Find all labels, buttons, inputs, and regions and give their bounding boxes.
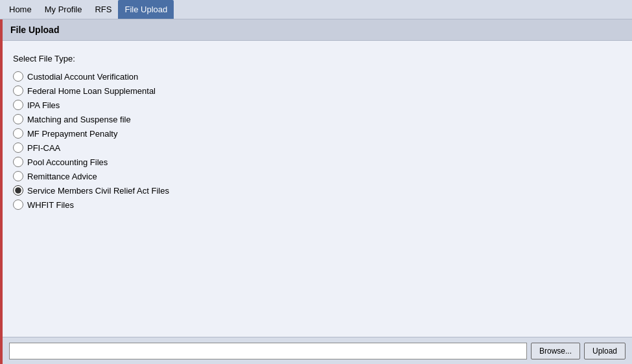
radio-group: Custodial Account VerificationFederal Ho… <box>13 71 622 210</box>
radio-remittance[interactable] <box>13 171 23 181</box>
radio-label-pool-accounting: Pool Accounting Files <box>27 157 108 167</box>
browse-button[interactable]: Browse... <box>531 343 580 359</box>
radio-label-pfi-caa: PFI-CAA <box>27 143 60 153</box>
radio-label-remittance: Remittance Advice <box>27 172 97 181</box>
radio-item-service-members[interactable]: Service Members Civil Relief Act Files <box>13 185 622 196</box>
radio-mf-prepayment[interactable] <box>13 128 23 139</box>
radio-item-matching-suspense[interactable]: Matching and Suspense file <box>13 114 622 124</box>
upload-button[interactable]: Upload <box>584 343 626 359</box>
radio-pfi-caa[interactable] <box>13 142 23 153</box>
page-title: File Upload <box>10 25 59 35</box>
radio-ipa-files[interactable] <box>13 100 23 110</box>
radio-pool-accounting[interactable] <box>13 157 23 167</box>
nav-bar: HomeMy ProfileRFSFile Upload <box>0 0 632 19</box>
radio-matching-suspense[interactable] <box>13 114 23 124</box>
radio-label-ipa-files: IPA Files <box>27 100 60 110</box>
radio-service-members[interactable] <box>13 185 23 196</box>
radio-item-pfi-caa[interactable]: PFI-CAA <box>13 142 622 153</box>
radio-item-mf-prepayment[interactable]: MF Prepayment Penalty <box>13 128 622 139</box>
radio-federal-home-loan[interactable] <box>13 85 23 96</box>
radio-item-pool-accounting[interactable]: Pool Accounting Files <box>13 157 622 167</box>
upload-bar: Browse... Upload <box>3 337 632 364</box>
nav-tab-home[interactable]: Home <box>3 0 38 19</box>
radio-label-mf-prepayment: MF Prepayment Penalty <box>27 129 117 139</box>
radio-whfit[interactable] <box>13 199 23 210</box>
radio-item-ipa-files[interactable]: IPA Files <box>13 100 622 110</box>
radio-label-matching-suspense: Matching and Suspense file <box>27 115 131 124</box>
radio-label-custodial: Custodial Account Verification <box>27 72 138 82</box>
radio-label-federal-home-loan: Federal Home Loan Supplemental <box>27 86 156 96</box>
main-content: Select File Type: Custodial Account Veri… <box>3 41 632 220</box>
nav-tab-my-profile[interactable]: My Profile <box>38 0 89 19</box>
radio-item-custodial[interactable]: Custodial Account Verification <box>13 71 622 82</box>
radio-label-whfit: WHFIT Files <box>27 200 74 210</box>
page-header: File Upload <box>3 19 632 41</box>
radio-item-federal-home-loan[interactable]: Federal Home Loan Supplemental <box>13 85 622 96</box>
page-content: File Upload Select File Type: Custodial … <box>0 19 632 364</box>
file-path-input[interactable] <box>9 343 527 359</box>
nav-tab-rfs[interactable]: RFS <box>88 0 118 19</box>
radio-item-remittance[interactable]: Remittance Advice <box>13 171 622 181</box>
select-file-type-label: Select File Type: <box>13 54 622 63</box>
radio-item-whfit[interactable]: WHFIT Files <box>13 199 622 210</box>
radio-label-service-members: Service Members Civil Relief Act Files <box>27 186 169 196</box>
radio-custodial[interactable] <box>13 71 23 82</box>
nav-tab-file-upload[interactable]: File Upload <box>118 0 174 19</box>
